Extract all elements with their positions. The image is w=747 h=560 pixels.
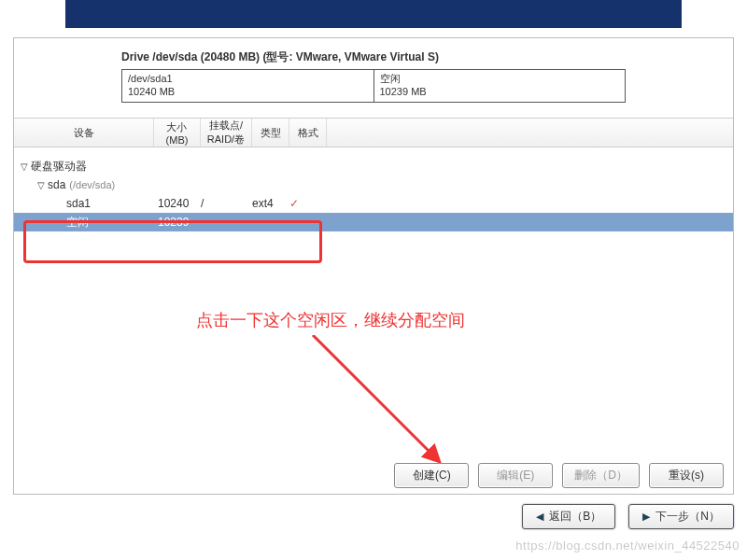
tree-root-label: 硬盘驱动器	[31, 159, 87, 175]
device-tree: 硬盘驱动器 sda (/dev/sda) sda1 10240 / ext4 空…	[14, 157, 733, 231]
col-type[interactable]: 类型	[252, 119, 289, 147]
table-row[interactable]: sda1 10240 / ext4	[14, 194, 733, 213]
delete-button: 删除（D）	[562, 463, 640, 488]
drive-title: Drive /dev/sda (20480 MB) (型号: VMware, V…	[121, 48, 626, 69]
drive-part-size: 10240 MB	[128, 85, 368, 98]
chevron-down-icon[interactable]	[18, 161, 31, 172]
col-device[interactable]: 设备	[14, 119, 154, 147]
back-label: 返回（B）	[549, 509, 601, 525]
tree-disk-path: (/dev/sda)	[69, 179, 115, 190]
back-button[interactable]: ◀ 返回（B）	[522, 504, 615, 529]
drive-summary: Drive /dev/sda (20480 MB) (型号: VMware, V…	[121, 48, 626, 103]
col-format[interactable]: 格式	[289, 119, 327, 147]
arrow-right-icon: ▶	[642, 511, 650, 523]
row-size: 10240	[154, 197, 201, 210]
tree-disk-name: sda	[48, 178, 65, 191]
watermark: https://blog.csdn.net/weixin_44522540	[515, 539, 740, 553]
drive-bar: /dev/sda1 10240 MB 空闲 10239 MB	[121, 69, 626, 103]
arrow-left-icon: ◀	[536, 511, 543, 523]
reset-button[interactable]: 重设(s)	[649, 463, 724, 488]
row-type: ext4	[252, 197, 289, 210]
action-bar: 创建(C) 编辑(E) 删除（D） 重设(s)	[14, 457, 733, 494]
next-label: 下一步（N）	[655, 509, 720, 525]
col-spacer	[327, 119, 733, 147]
tree-disk[interactable]: sda (/dev/sda)	[14, 175, 733, 194]
drive-part-size: 10239 MB	[380, 85, 620, 98]
table-row[interactable]: 空闲 10239	[14, 213, 733, 231]
checkmark-icon	[289, 197, 327, 210]
col-size[interactable]: 大小 (MB)	[154, 119, 201, 147]
edit-button: 编辑(E)	[478, 463, 553, 488]
drive-part-sda1[interactable]: /dev/sda1 10240 MB	[122, 70, 374, 102]
next-button[interactable]: ▶ 下一步（N）	[628, 504, 734, 529]
chevron-down-icon[interactable]	[35, 180, 48, 190]
annotation-text: 点击一下这个空闲区，继续分配空间	[196, 309, 465, 331]
wizard-nav: ◀ 返回（B） ▶ 下一步（N）	[0, 495, 747, 529]
row-mount: /	[201, 197, 252, 210]
drive-part-name: 空闲	[380, 72, 620, 85]
title-banner	[65, 0, 682, 28]
partition-table: 设备 大小 (MB) 挂载点/ RAID/卷 类型 格式 硬盘驱动器 sda (…	[14, 118, 733, 231]
col-mount[interactable]: 挂载点/ RAID/卷	[201, 119, 252, 147]
row-size: 10239	[154, 216, 201, 229]
table-header: 设备 大小 (MB) 挂载点/ RAID/卷 类型 格式	[14, 118, 733, 147]
partition-panel: Drive /dev/sda (20480 MB) (型号: VMware, V…	[13, 37, 734, 495]
drive-part-free[interactable]: 空闲 10239 MB	[374, 70, 626, 102]
row-name: 空闲	[14, 215, 154, 231]
row-name: sda1	[14, 197, 154, 210]
tree-root[interactable]: 硬盘驱动器	[14, 157, 733, 175]
svg-line-0	[313, 335, 439, 461]
drive-part-name: /dev/sda1	[128, 72, 368, 85]
create-button[interactable]: 创建(C)	[394, 463, 469, 488]
